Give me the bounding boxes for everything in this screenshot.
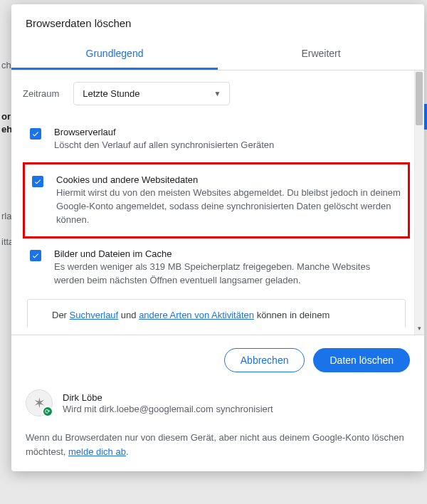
account-name: Dirk Löbe <box>63 392 273 403</box>
timerange-value: Letzte Stunde <box>83 88 139 99</box>
check-icon <box>33 177 42 186</box>
dialog-footer: Abbrechen Daten löschen ✶ ⟳ Dirk Löbe Wi… <box>11 335 424 471</box>
sign-out-link[interactable]: melde dich ab <box>68 446 126 457</box>
account-row: ✶ ⟳ Dirk Löbe Wird mit dirk.loebe@google… <box>26 389 410 416</box>
bg-text: rla <box>1 211 11 221</box>
search-history-link[interactable]: Suchverlauf <box>70 310 119 320</box>
option-cookies-title: Cookies und andere Websitedaten <box>56 174 401 185</box>
option-cache: Bilder und Dateien im Cache Es werden we… <box>23 241 410 295</box>
option-history-title: Browserverlauf <box>54 127 403 137</box>
footnote: Wenn du Browserdaten nur von diesem Gerä… <box>26 431 410 458</box>
option-cache-title: Bilder und Dateien im Cache <box>54 248 403 259</box>
info-text-post: können in deinem <box>254 310 330 320</box>
check-icon <box>31 130 40 138</box>
button-row: Abbrechen Daten löschen <box>26 348 410 372</box>
option-cookies: Cookies und andere Websitedaten Hiermit … <box>23 162 410 239</box>
other-activities-link[interactable]: andere Arten von Aktivitäten <box>139 310 254 320</box>
timerange-select[interactable]: Letzte Stunde ▼ <box>73 82 230 105</box>
clear-data-dialog: Browserdaten löschen Grundlegend Erweite… <box>11 4 424 471</box>
option-history: Browserverlauf Löscht den Verlauf auf al… <box>23 120 410 159</box>
confirm-button[interactable]: Daten löschen <box>313 348 410 372</box>
timerange-row: Zeitraum Letzte Stunde ▼ <box>23 82 410 105</box>
option-history-desc: Löscht den Verlauf auf allen synchronisi… <box>54 139 403 152</box>
info-text-mid: und <box>118 310 139 320</box>
option-cookies-desc: Hiermit wirst du von den meisten Website… <box>56 187 401 227</box>
account-sync-text: Wird mit dirk.loebe@googlemail.com synch… <box>63 404 273 414</box>
checkbox-history[interactable] <box>30 128 41 140</box>
tab-basic[interactable]: Grundlegend <box>11 39 218 70</box>
dialog-title: Browserdaten löschen <box>11 4 424 39</box>
info-text-pre: Der <box>52 310 70 320</box>
cancel-button[interactable]: Abbrechen <box>224 348 305 372</box>
option-cache-desc: Es werden weniger als 319 MB Speicherpla… <box>54 261 403 288</box>
tabs: Grundlegend Erweitert <box>11 39 424 70</box>
chevron-down-icon: ▼ <box>214 90 221 98</box>
info-box: Der Suchverlauf und andere Arten von Akt… <box>27 299 406 327</box>
bg-text: eh <box>1 124 12 135</box>
avatar: ✶ ⟳ <box>26 389 53 416</box>
check-icon <box>31 251 40 260</box>
checkbox-cookies[interactable] <box>32 176 43 187</box>
timerange-label: Zeitraum <box>23 88 59 99</box>
checkbox-cache[interactable] <box>30 250 41 261</box>
bg-text: or <box>1 111 11 122</box>
tab-advanced[interactable]: Erweitert <box>218 39 424 70</box>
bg-text: ch <box>1 60 11 70</box>
footnote-post: . <box>126 446 129 457</box>
sync-badge-icon: ⟳ <box>42 406 53 417</box>
dialog-content: ▾ Zeitraum Letzte Stunde ▼ Browserverlau… <box>11 70 424 335</box>
